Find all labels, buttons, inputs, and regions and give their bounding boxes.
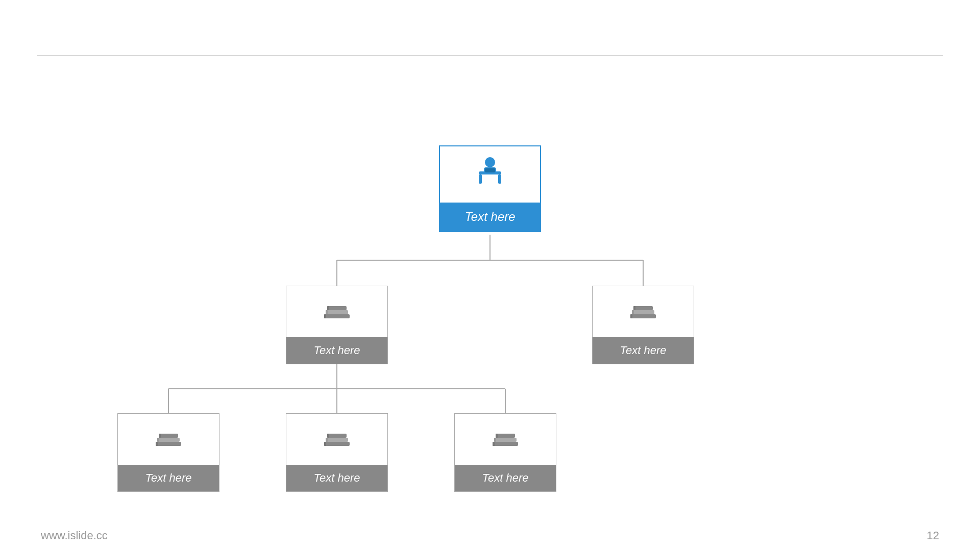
svg-rect-17 [327,306,347,310]
svg-rect-23 [633,306,653,310]
svg-rect-36 [324,442,326,446]
svg-rect-40 [494,438,517,442]
books-icon [625,294,661,330]
books-icon [151,421,186,457]
books-icon [319,294,355,330]
level3-right-icon-area [455,414,556,465]
svg-rect-42 [493,442,495,446]
level3-right-label-area: Text here [455,465,556,491]
level2-right-label: Text here [620,344,667,357]
svg-rect-25 [632,310,634,314]
svg-rect-43 [494,438,496,442]
svg-rect-39 [493,442,518,446]
books-icon [319,421,355,457]
books-icon [487,421,523,457]
level3-left-label: Text here [145,471,192,485]
svg-rect-44 [496,434,498,438]
svg-rect-26 [633,306,635,310]
svg-rect-22 [632,310,654,314]
svg-rect-24 [630,314,632,318]
svg-rect-16 [326,310,348,314]
level3-center-label-area: Text here [286,465,387,491]
root-icon-area [440,146,540,203]
level2-left-label: Text here [314,344,360,357]
svg-rect-29 [159,434,178,438]
level2-left-label-area: Text here [286,337,387,364]
level2-right-label-area: Text here [593,337,694,364]
level3-right-card: Text here [454,413,556,492]
svg-rect-33 [324,442,350,446]
level3-center-label: Text here [314,471,360,485]
level2-left-icon-area [286,286,387,337]
level2-right-icon-area [593,286,694,337]
org-chart: Text here Text here [0,66,980,520]
level3-right-label: Text here [482,471,529,485]
root-label-area: Text here [440,203,540,231]
level3-left-icon-area [118,414,219,465]
presenter-icon [470,154,510,195]
svg-rect-21 [630,314,656,318]
level3-left-label-area: Text here [118,465,219,491]
svg-rect-15 [324,314,350,318]
svg-rect-14 [485,168,495,172]
svg-rect-20 [327,306,329,310]
svg-rect-38 [327,434,329,438]
footer-page: 12 [927,529,939,542]
level3-center-icon-area [286,414,387,465]
svg-rect-35 [327,434,347,438]
svg-rect-28 [157,438,180,442]
svg-rect-13 [498,174,501,184]
root-card: Text here [439,145,541,232]
svg-rect-31 [157,438,159,442]
svg-rect-32 [159,434,161,438]
svg-rect-41 [496,434,515,438]
level2-left-card: Text here [286,286,388,364]
svg-rect-30 [156,442,158,446]
svg-rect-37 [326,438,328,442]
svg-rect-18 [324,314,326,318]
top-decorative-line [37,55,943,56]
svg-rect-12 [479,174,482,184]
svg-rect-19 [326,310,328,314]
level2-right-card: Text here [592,286,694,364]
svg-rect-27 [156,442,181,446]
footer: www.islide.cc 12 [0,520,980,551]
level3-center-card: Text here [286,413,388,492]
root-label: Text here [464,210,515,224]
footer-url: www.islide.cc [41,529,108,542]
level3-left-card: Text here [117,413,219,492]
svg-point-9 [485,157,495,167]
svg-rect-34 [326,438,348,442]
